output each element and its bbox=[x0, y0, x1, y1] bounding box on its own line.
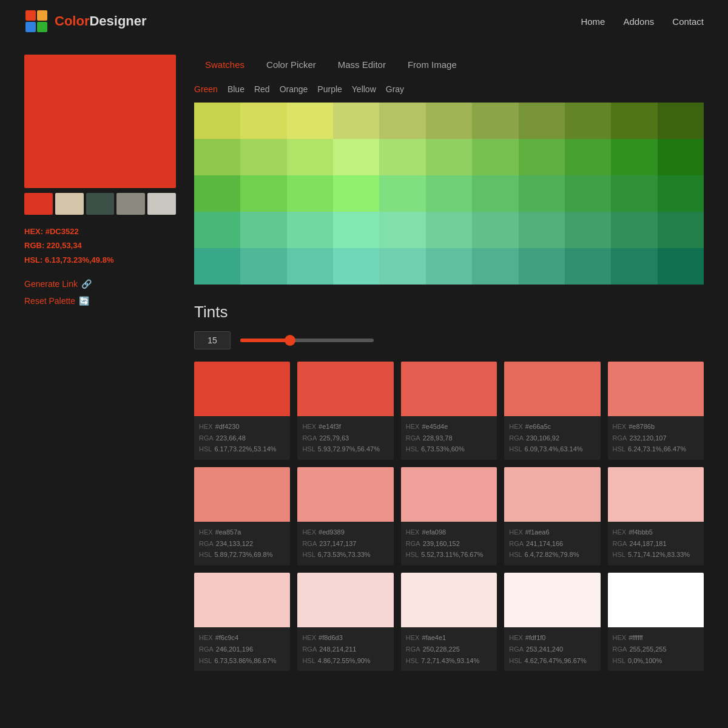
tint-color[interactable] bbox=[297, 573, 393, 627]
tint-color[interactable] bbox=[194, 362, 290, 416]
cat-gray[interactable]: Gray bbox=[386, 84, 404, 94]
swatch-cell[interactable] bbox=[611, 248, 657, 285]
swatch-cell[interactable] bbox=[194, 248, 240, 285]
tab-from-image[interactable]: From Image bbox=[397, 55, 468, 75]
cat-blue[interactable]: Blue bbox=[228, 84, 244, 94]
swatch-cell[interactable] bbox=[379, 103, 425, 139]
reset-palette-button[interactable]: Reset Palette 🔄 bbox=[24, 296, 176, 306]
swatch-cell[interactable] bbox=[240, 175, 286, 212]
swatch-3[interactable] bbox=[86, 193, 115, 215]
swatch-cell[interactable] bbox=[333, 175, 379, 212]
swatch-cell[interactable] bbox=[240, 248, 286, 285]
tint-color[interactable] bbox=[504, 573, 600, 627]
swatch-cell[interactable] bbox=[333, 248, 379, 285]
swatch-cell[interactable] bbox=[565, 139, 611, 175]
tint-color[interactable] bbox=[297, 467, 393, 522]
tint-color[interactable] bbox=[401, 467, 497, 522]
swatch-cell[interactable] bbox=[426, 175, 472, 212]
swatch-cell[interactable] bbox=[611, 175, 657, 212]
swatch-cell[interactable] bbox=[565, 248, 611, 285]
swatch-cell[interactable] bbox=[658, 212, 704, 248]
swatch-cell[interactable] bbox=[333, 212, 379, 248]
swatch-cell[interactable] bbox=[611, 139, 657, 175]
swatch-cell[interactable] bbox=[611, 212, 657, 248]
tint-color[interactable] bbox=[401, 573, 497, 627]
tint-color[interactable] bbox=[297, 362, 393, 416]
swatch-cell[interactable] bbox=[240, 103, 286, 139]
swatch-cell[interactable] bbox=[379, 248, 425, 285]
swatch-cell[interactable] bbox=[519, 248, 565, 285]
swatch-cell[interactable] bbox=[472, 212, 518, 248]
swatch-cell[interactable] bbox=[287, 103, 333, 139]
tab-color-picker[interactable]: Color Picker bbox=[255, 55, 327, 75]
swatch-4[interactable] bbox=[116, 193, 145, 215]
slider-thumb[interactable] bbox=[285, 335, 295, 346]
swatch-cell[interactable] bbox=[658, 139, 704, 175]
swatch-cell[interactable] bbox=[287, 175, 333, 212]
swatch-cell[interactable] bbox=[287, 248, 333, 285]
swatch-2[interactable] bbox=[55, 193, 84, 215]
nav-contact[interactable]: Contact bbox=[672, 16, 704, 27]
swatch-cell[interactable] bbox=[333, 103, 379, 139]
tint-color[interactable] bbox=[608, 467, 704, 522]
swatch-cell[interactable] bbox=[519, 139, 565, 175]
swatch-cell[interactable] bbox=[519, 175, 565, 212]
swatch-cell[interactable] bbox=[565, 103, 611, 139]
tint-info: HEX#e8786b RGA232,120,107 HSL6.24,73.1%,… bbox=[608, 416, 704, 460]
tint-info: HEX#e45d4e RGA228,93,78 HSL6,73.53%,60% bbox=[401, 416, 497, 460]
tint-color[interactable] bbox=[504, 467, 600, 522]
swatch-cell[interactable] bbox=[379, 139, 425, 175]
generate-link-button[interactable]: Generate Link 🔗 bbox=[24, 279, 176, 289]
tab-mass-editor[interactable]: Mass Editor bbox=[327, 55, 397, 75]
swatch-cell[interactable] bbox=[194, 103, 240, 139]
swatch-5[interactable] bbox=[147, 193, 176, 215]
swatch-cell[interactable] bbox=[426, 103, 472, 139]
swatch-cell[interactable] bbox=[240, 139, 286, 175]
swatch-cell[interactable] bbox=[194, 212, 240, 248]
tint-hex: HEX#f8d6d3 bbox=[302, 632, 388, 644]
swatch-cell[interactable] bbox=[658, 103, 704, 139]
tint-color[interactable] bbox=[194, 573, 290, 627]
swatch-cell[interactable] bbox=[472, 175, 518, 212]
swatch-cell[interactable] bbox=[194, 139, 240, 175]
swatch-cell[interactable] bbox=[333, 139, 379, 175]
swatch-cell[interactable] bbox=[194, 175, 240, 212]
swatch-1[interactable] bbox=[24, 193, 53, 215]
cat-red[interactable]: Red bbox=[254, 84, 270, 94]
cat-green[interactable]: Green bbox=[194, 84, 218, 94]
cat-orange[interactable]: Orange bbox=[280, 84, 308, 94]
swatch-cell[interactable] bbox=[565, 212, 611, 248]
tint-color[interactable] bbox=[194, 467, 290, 522]
swatch-cell[interactable] bbox=[472, 248, 518, 285]
tint-color[interactable] bbox=[608, 362, 704, 416]
swatch-cell[interactable] bbox=[565, 175, 611, 212]
link-icon: 🔗 bbox=[81, 279, 92, 289]
swatch-cell[interactable] bbox=[658, 175, 704, 212]
tab-swatches[interactable]: Swatches bbox=[194, 55, 255, 75]
tints-slider[interactable] bbox=[240, 339, 374, 342]
tint-color[interactable] bbox=[608, 573, 704, 627]
swatch-cell[interactable] bbox=[426, 139, 472, 175]
swatch-cell[interactable] bbox=[287, 139, 333, 175]
swatch-cell[interactable] bbox=[472, 139, 518, 175]
swatch-cell[interactable] bbox=[519, 212, 565, 248]
swatch-cell[interactable] bbox=[611, 103, 657, 139]
swatch-cell[interactable] bbox=[472, 103, 518, 139]
nav-home[interactable]: Home bbox=[581, 16, 605, 27]
nav-addons[interactable]: Addons bbox=[623, 16, 654, 27]
swatch-cell[interactable] bbox=[240, 212, 286, 248]
swatch-cell[interactable] bbox=[426, 212, 472, 248]
cat-yellow[interactable]: Yellow bbox=[352, 84, 376, 94]
cat-purple[interactable]: Purple bbox=[317, 84, 342, 94]
tint-rgb: RGA232,120,107 bbox=[613, 433, 699, 444]
tint-color[interactable] bbox=[401, 362, 497, 416]
color-preview[interactable] bbox=[24, 55, 176, 188]
swatch-cell[interactable] bbox=[287, 212, 333, 248]
tint-color[interactable] bbox=[504, 362, 600, 416]
swatch-cell[interactable] bbox=[658, 248, 704, 285]
swatch-cell[interactable] bbox=[379, 212, 425, 248]
swatch-cell[interactable] bbox=[519, 103, 565, 139]
swatch-cell[interactable] bbox=[426, 248, 472, 285]
tints-count-input[interactable] bbox=[194, 331, 231, 349]
swatch-cell[interactable] bbox=[379, 175, 425, 212]
